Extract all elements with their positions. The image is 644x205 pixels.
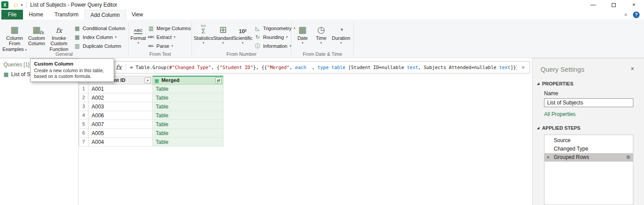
column-from-examples-button[interactable]: ▦ Column From Examples ▾: [2, 21, 27, 52]
cell-student-id[interactable]: A004: [88, 138, 153, 147]
tab-transform[interactable]: Transform: [49, 10, 84, 19]
tab-file[interactable]: File: [1, 10, 23, 19]
dropdown-arrow-icon: ▾: [340, 41, 342, 45]
from-number-small-buttons: ◺ Trigonometry ▾ ↻ Rounding ▾ ⓘ Informat…: [253, 21, 297, 50]
cell-student-id[interactable]: A005: [88, 129, 153, 138]
extract-icon: ABC: [148, 35, 154, 39]
dropdown-arrow-icon: ▾: [172, 44, 173, 48]
window-title: List of Subjects - Power Query Editor: [30, 2, 117, 8]
close-query-settings-icon[interactable]: ×: [631, 66, 634, 72]
format-button[interactable]: ABC Format ▾: [130, 21, 146, 45]
row-number[interactable]: 4: [79, 111, 88, 120]
formula-expand-icon[interactable]: ˅: [517, 65, 529, 70]
cell-merged-table-link[interactable]: Table: [153, 111, 223, 120]
minimize-button[interactable]: —: [583, 0, 603, 10]
column-header-merged[interactable]: ▦ Merged ⇄: [153, 76, 223, 85]
conditional-column-button[interactable]: ▦ Conditional Column: [72, 24, 127, 32]
applied-steps-section-header[interactable]: ◢ APPLIED STEPS: [537, 125, 644, 131]
parse-button[interactable]: abc Parse ▾: [146, 42, 193, 50]
edit-step-settings-icon[interactable]: ⚙: [626, 153, 630, 162]
maximize-button[interactable]: [603, 0, 624, 10]
group-label-from-text: From Text: [129, 51, 192, 57]
all-properties-link[interactable]: All Properties: [544, 111, 644, 117]
scientific-button[interactable]: 10² Scientific ▾: [233, 21, 253, 45]
duplicate-column-icon: ▥: [74, 43, 80, 49]
date-button[interactable]: ▦ Date ▾: [293, 21, 312, 45]
tab-add-column[interactable]: Add Column: [84, 10, 126, 19]
extract-button[interactable]: ABC Extract ▾: [146, 33, 193, 41]
cell-student-id[interactable]: A003: [88, 102, 153, 111]
trigonometry-button[interactable]: ◺ Trigonometry ▾: [253, 24, 297, 32]
column-from-examples-icon: ▦: [10, 22, 19, 34]
scientific-icon: 10²: [239, 22, 246, 34]
filter-dropdown-icon[interactable]: ▾: [145, 77, 151, 83]
button-label: Parse: [157, 43, 169, 49]
invoke-custom-function-icon: fx: [56, 22, 62, 34]
duplicate-column-button[interactable]: ▥ Duplicate Column: [72, 42, 127, 50]
applied-step-source[interactable]: Source: [544, 136, 633, 145]
quick-access-dropdown-icon[interactable]: ▾: [21, 3, 23, 7]
cell-student-id[interactable]: A007: [88, 120, 153, 129]
standard-button[interactable]: ⊞ Standard ▾: [213, 21, 233, 45]
close-button[interactable]: ×: [624, 0, 644, 10]
cell-merged-table-link[interactable]: Table: [153, 102, 223, 111]
time-button[interactable]: ◷ Time ▾: [312, 21, 330, 45]
row-number[interactable]: 2: [79, 93, 88, 102]
row-number[interactable]: 6: [79, 129, 88, 138]
button-label: Standard: [213, 35, 233, 41]
formula-input[interactable]: = Table.Group(#"Changed Type", {"Student…: [130, 65, 517, 70]
formula-token: ,: [289, 65, 295, 70]
button-label: Merge Columns: [157, 26, 191, 31]
row-number[interactable]: 3: [79, 102, 88, 111]
invoke-custom-function-button[interactable]: fx Invoke Custom Function: [46, 21, 72, 52]
custom-column-button[interactable]: ▦fx Custom Column: [27, 21, 46, 46]
name-label: Name: [544, 90, 644, 97]
parse-icon: abc: [148, 44, 154, 47]
tab-home[interactable]: Home: [23, 10, 49, 19]
rounding-button[interactable]: ↻ Rounding ▾: [253, 33, 297, 41]
feedback-smiley-icon[interactable]: ☺: [12, 2, 19, 8]
cell-student-id[interactable]: A006: [88, 111, 153, 120]
table-row: 3 A003 Table: [79, 102, 224, 111]
information-button[interactable]: ⓘ Information ▾: [253, 42, 297, 50]
button-label: Date: [297, 35, 307, 41]
query-name-input[interactable]: [544, 98, 633, 107]
button-label: Custom Column: [27, 35, 46, 46]
fx-icon: fx: [56, 27, 62, 34]
duration-button[interactable]: ◔ Duration ▾: [330, 21, 352, 45]
button-label: Information: [263, 43, 288, 49]
cell-merged-table-link[interactable]: Table: [153, 93, 223, 102]
cell-merged-table-link[interactable]: Table: [153, 129, 223, 138]
row-number[interactable]: 1: [79, 85, 88, 93]
table-row: 1 A001 Table: [79, 85, 224, 93]
queries-header-label: Queries [1]: [4, 62, 30, 68]
table-row: 5 A007 Table: [79, 120, 224, 129]
button-label: Rounding: [263, 35, 284, 40]
formula-bar: fx = Table.Group(#"Changed Type", {"Stud…: [111, 61, 530, 73]
help-icon[interactable]: ?: [633, 12, 640, 18]
power-query-editor-window: X ☺ ▾ List of Subjects - Power Query Edi…: [0, 0, 644, 205]
tab-view[interactable]: View: [126, 10, 149, 19]
merge-columns-button[interactable]: ▥ Merge Columns: [146, 24, 193, 32]
button-label: Time: [316, 35, 326, 41]
cell-merged-table-link[interactable]: Table: [153, 138, 223, 147]
statistics-button[interactable]: XOΣ Statistics ▾: [194, 21, 213, 45]
cell-student-id[interactable]: A001: [88, 85, 153, 93]
cell-merged-table-link[interactable]: Table: [153, 120, 223, 129]
index-column-button[interactable]: ▦ Index Column ▾: [72, 33, 127, 41]
dropdown-arrow-icon: ▾: [115, 35, 117, 39]
applied-step-changed-type[interactable]: Changed Type: [544, 145, 633, 153]
cell-student-id[interactable]: A002: [88, 93, 153, 102]
row-number[interactable]: 7: [79, 138, 88, 147]
expand-column-icon[interactable]: ⇄: [215, 77, 222, 83]
row-number[interactable]: 5: [79, 120, 88, 129]
formula-token: "Student ID": [219, 65, 253, 70]
properties-section-header[interactable]: ◢ PROPERTIES: [537, 81, 644, 86]
excel-app-icon: X: [1, 1, 8, 8]
formula-token: ]}}): [510, 65, 517, 70]
cell-merged-table-link[interactable]: Table: [153, 85, 223, 93]
collapse-ribbon-icon[interactable]: ˄: [625, 12, 627, 17]
delete-step-icon[interactable]: ×: [547, 153, 549, 162]
step-label: Source: [554, 137, 571, 143]
applied-step-grouped-rows[interactable]: × Grouped Rows ⚙: [544, 153, 633, 162]
